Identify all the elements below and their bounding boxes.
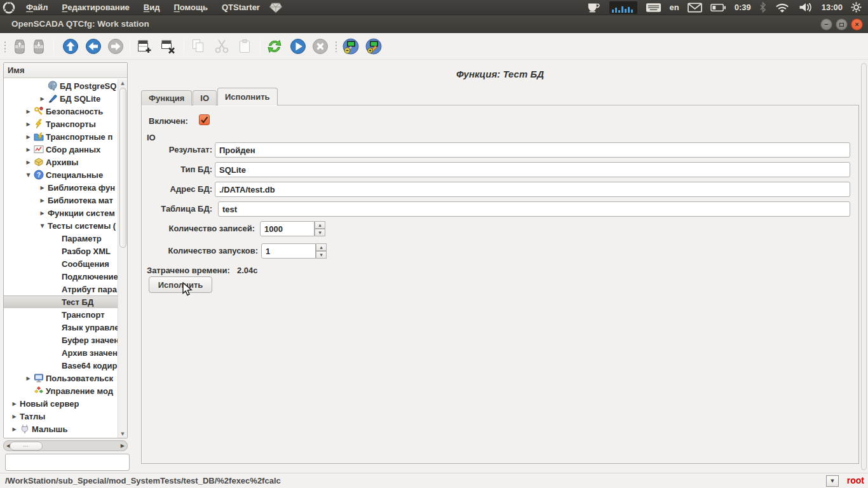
- expand-arrow-icon[interactable]: ▶: [23, 121, 34, 127]
- status-combo-button[interactable]: ▼: [826, 475, 839, 487]
- tree-horizontal-scrollbar[interactable]: ◀ ⋯ ▶: [3, 440, 128, 451]
- expand-arrow-icon[interactable]: ▶: [23, 109, 34, 114]
- qtcfg-button[interactable]: [342, 38, 359, 55]
- tree-item[interactable]: ▶Малышь: [4, 423, 118, 435]
- tree-item[interactable]: ▶Транспорты: [4, 118, 118, 130]
- spin-up-icon[interactable]: ▲: [316, 243, 327, 251]
- maximize-button[interactable]: [836, 18, 848, 30]
- field-input[interactable]: [218, 201, 850, 217]
- qtvision-button[interactable]: [365, 38, 382, 55]
- tree-item[interactable]: Сообщения: [4, 257, 118, 270]
- tree-item[interactable]: Параметр: [4, 232, 118, 245]
- bluetooth-icon[interactable]: [759, 2, 766, 13]
- collapse-arrow-icon[interactable]: ▼: [23, 172, 34, 178]
- main-vertical-scrollbar[interactable]: [861, 63, 867, 470]
- back-button[interactable]: [85, 38, 102, 55]
- tree-item[interactable]: Транспорт: [4, 308, 118, 321]
- tree-item[interactable]: ▶Библиотека мат: [4, 194, 118, 207]
- tree-item[interactable]: ▶Безопасность: [4, 105, 118, 118]
- load-button[interactable]: [11, 38, 28, 55]
- copy-button[interactable]: [190, 38, 207, 55]
- battery-icon[interactable]: [710, 3, 726, 13]
- delete-item-button[interactable]: [159, 38, 176, 55]
- battery-time[interactable]: 0:39: [735, 3, 751, 12]
- window-titlebar[interactable]: OpenSCADA QTCfg: Work station − ×: [0, 15, 868, 33]
- expand-arrow-icon[interactable]: ▶: [37, 96, 48, 102]
- execute-button[interactable]: Исполнить: [149, 276, 212, 293]
- scrollbar-thumb[interactable]: [119, 88, 126, 248]
- tab-io[interactable]: IO: [193, 90, 217, 105]
- tree-item[interactable]: ▼?Специальные: [4, 168, 118, 181]
- scroll-up-arrow-icon[interactable]: ▲: [118, 79, 127, 87]
- tree-item[interactable]: ▶Пользовательск: [4, 372, 118, 384]
- expand-arrow-icon[interactable]: ▶: [9, 401, 20, 407]
- mail-icon[interactable]: [688, 3, 702, 13]
- tree-item[interactable]: ▶Транспортные п: [4, 130, 118, 143]
- forward-button[interactable]: [107, 38, 124, 55]
- close-button[interactable]: ×: [851, 18, 863, 30]
- tree-item[interactable]: Base64 кодир: [4, 359, 118, 372]
- tree-item[interactable]: ▶БД SQLite: [4, 92, 118, 105]
- system-monitor-applet[interactable]: [609, 1, 637, 14]
- menu-редактирование[interactable]: Редактирование: [55, 0, 137, 15]
- expand-arrow-icon[interactable]: ▶: [9, 426, 20, 432]
- spin-input[interactable]: [261, 243, 316, 259]
- scroll-down-arrow-icon[interactable]: ▼: [118, 430, 127, 438]
- tree-item[interactable]: ▶Функции систем: [4, 207, 118, 219]
- spin-down-icon[interactable]: ▼: [315, 229, 325, 236]
- cut-button[interactable]: [214, 38, 230, 55]
- spin-input[interactable]: [260, 221, 315, 236]
- tree-item[interactable]: ▶Сбор данных: [4, 143, 118, 156]
- tree-vertical-scrollbar[interactable]: ▲ ▼: [118, 79, 127, 438]
- expand-arrow-icon[interactable]: ▶: [23, 159, 34, 165]
- tree-item[interactable]: БД PostgreSQ: [4, 79, 118, 92]
- toolbar-grip[interactable]: [4, 41, 6, 52]
- tree-item[interactable]: Подключение: [4, 270, 118, 283]
- keyboard-icon[interactable]: [646, 3, 661, 13]
- expand-arrow-icon[interactable]: ▶: [9, 414, 20, 419]
- collapse-arrow-icon[interactable]: ▼: [37, 223, 48, 229]
- menu-qtstarter[interactable]: QTStarter: [215, 0, 267, 15]
- tab-исполнить[interactable]: Исполнить: [217, 88, 278, 105]
- tree-item[interactable]: ▶Татлы: [4, 410, 118, 423]
- keyboard-layout-indicator[interactable]: en: [670, 3, 679, 12]
- tree-item[interactable]: ▶Архивы: [4, 156, 118, 168]
- field-input[interactable]: [215, 162, 850, 177]
- expand-arrow-icon[interactable]: ▶: [37, 185, 48, 191]
- tab-функция[interactable]: Функция: [141, 90, 192, 105]
- enabled-checkbox[interactable]: [199, 114, 210, 125]
- save-button[interactable]: [31, 38, 47, 55]
- up-button[interactable]: [62, 38, 79, 55]
- spin-down-icon[interactable]: ▼: [316, 251, 327, 259]
- expand-arrow-icon[interactable]: ▶: [37, 198, 48, 203]
- scrollbar-thumb[interactable]: ⋯: [10, 442, 43, 451]
- tree-item[interactable]: Разбор XML: [4, 245, 118, 257]
- expand-arrow-icon[interactable]: ▶: [23, 147, 34, 152]
- paste-button[interactable]: [236, 38, 253, 55]
- refresh-button[interactable]: [266, 38, 283, 55]
- menu-помощь[interactable]: Помощь: [167, 0, 215, 15]
- session-gear-icon[interactable]: [851, 2, 862, 13]
- tree-search-input[interactable]: [5, 454, 130, 471]
- menu-вид[interactable]: Вид: [137, 0, 167, 15]
- tree-item[interactable]: Язык управле: [4, 321, 118, 334]
- expand-arrow-icon[interactable]: ▶: [23, 376, 34, 381]
- field-input[interactable]: [215, 182, 850, 197]
- stop-button[interactable]: [312, 38, 329, 55]
- clock[interactable]: 13:00: [822, 3, 843, 12]
- tree-item[interactable]: ▼Тесты системы (: [4, 219, 118, 232]
- spin-up-icon[interactable]: ▲: [315, 221, 325, 229]
- wifi-icon[interactable]: [775, 2, 790, 13]
- tree-item[interactable]: ▶Новый сервер: [4, 397, 118, 410]
- distro-logo-icon[interactable]: [3, 1, 15, 14]
- expand-arrow-icon[interactable]: ▶: [37, 210, 48, 216]
- tree-item[interactable]: Архив значен: [4, 346, 118, 359]
- volume-icon[interactable]: [798, 2, 813, 13]
- tree-item[interactable]: Буфер значен: [4, 334, 118, 346]
- tree-item[interactable]: Атрибут пара: [4, 283, 118, 295]
- start-button[interactable]: [290, 38, 306, 55]
- tree-item[interactable]: Управление мод: [4, 384, 118, 397]
- cup-applet-icon[interactable]: [587, 3, 601, 13]
- field-input[interactable]: [215, 142, 850, 158]
- menu-файл[interactable]: Файл: [19, 0, 55, 15]
